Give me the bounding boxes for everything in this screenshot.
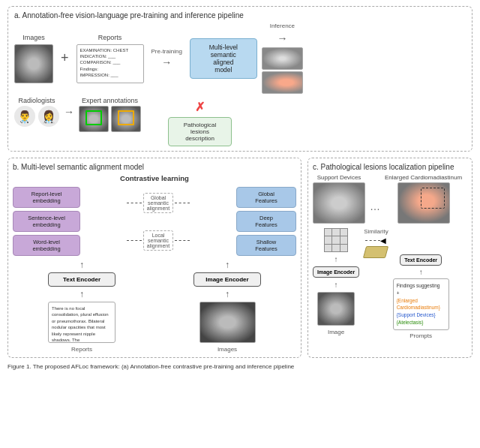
arrow-left-line [127,203,142,203]
report-line-5: IMPRESSION: ___ [80,72,140,78]
section-c-middle: ↑ Image Encoder ↑ Image Similarity ◀ [313,228,467,339]
enlarged-label: Enlarged Cardiomadiastinum [385,174,462,181]
inference-images [262,47,303,94]
section-a-bottom: Radiologists 👨‍⚕️ 👩‍⚕️ → Expert annotati… [14,97,466,146]
prompt3: {Atelectasis} [397,319,446,326]
section-c-label: c. Pathological lesions localization pip… [313,163,467,171]
report-line-3: COMPARISON: ___ [80,59,140,65]
down-arrow-text-icon: ↑ [80,260,84,269]
person-icon-1: 👨‍⚕️ [14,106,35,127]
expert-image-2 [111,106,141,132]
pretrain-arrow: Pre-training → [148,48,185,68]
feature-box-shallow: ShallowFeatures [236,235,296,256]
down-arrow3-icon: ↑ [225,290,230,299]
text-enc-c-col: Text Encoder ↑ Findings suggesting + {En… [393,228,449,339]
embed-box-report: Report-levelembedding [13,187,80,208]
text-encoder-c-box: Text Encoder [400,254,442,266]
radiologists-label: Radiologists [18,97,55,104]
expert-col: Expert annotations [79,97,141,132]
grid-icon [324,228,348,252]
image-label-c: Image [328,329,344,335]
plus-sign: + [397,290,446,297]
global-align-label: Globalsemanticalignment [143,193,173,213]
section-a: a. Annotation-free vision-language pre-t… [8,6,472,152]
findings-prefix: Findings suggesting [397,282,446,290]
model-label: Multi-levelsemanticalignedmodel [196,44,250,74]
inference-col: Inference → [262,23,303,94]
image-encoder-col: ↑ Image Encoder ↑ Images [158,260,296,353]
report-text-content: There is no focal consolidation, plural … [52,306,110,343]
pathological-col: ✗ Pathologicallesionsdescription [168,97,232,146]
similarity-label: Similarity [364,228,388,235]
up-arrow3-icon: ↑ [419,268,423,276]
arrow-left-line2 [127,240,142,241]
image-encoder-box: Image Encoder [194,272,261,287]
radiologist-arrow-icon: → [64,97,74,118]
outline-box [421,188,445,209]
expert-label: Expert annotations [82,97,138,104]
contrastive-header: Contrastive learning [13,174,296,182]
arrow-right-line2 [175,240,190,241]
section-c: c. Pathological lesions localization pip… [308,158,472,358]
report-card: EXAMINATION: CHEST INDICATION: ___ COMPA… [76,44,144,83]
main-container: a. Annotation-free vision-language pre-t… [0,0,480,377]
caption-text: Figure 1. The proposed AFLoc framework: … [8,363,294,370]
enlarged-col: Enlarged Cardiomadiastinum [385,174,462,224]
expert-images [79,106,141,132]
embed-box-sentence: Sentence-levelembedding [13,211,80,232]
features-col: GlobalFeatures DeepFeatures ShallowFeatu… [236,187,296,256]
up-arrow2-icon: ↑ [334,281,338,289]
query-image [317,292,355,326]
prompt2: {Support Devices} [397,311,446,319]
embed-box-word: Word-levelembedding [13,235,80,256]
report-line-4: Findings: [80,66,140,72]
xray-inner [15,45,52,83]
support-devices-label: Support Devices [317,174,362,181]
grid-cell-1 [325,229,332,236]
left-arrow-icon: ◀ [380,236,386,245]
grid-cell-9 [340,245,347,251]
prompts-label: Prompts [410,332,432,339]
inference-image-1 [262,47,303,70]
feature-box-deep: DeepFeatures [236,211,296,232]
grid-cell-3 [340,229,347,236]
dots-col: … [370,174,380,224]
grid-cell-7 [325,245,332,251]
reports-label-b: Reports [71,346,92,353]
images-label: Images [22,34,45,41]
reports-label: Reports [98,34,122,41]
feature-box-global: GlobalFeatures [236,187,296,208]
expert-image-1 [79,106,109,132]
alignment-labels-col: Globalsemanticalignment Localsemanticali… [85,187,232,256]
pencil-icon [363,246,388,258]
pretrain-label: Pre-training [152,48,182,55]
pathological-box: Pathologicallesionsdescription [168,117,232,146]
xray-image [14,44,53,83]
section-b: b. Multi-level semantic alignment model … [8,158,302,358]
enlarged-image [398,182,450,224]
reports-box: Reports EXAMINATION: CHEST INDICATION: _… [76,34,144,83]
section-c-top: Support Devices … Enlarged Cardiomadiast… [313,174,467,224]
grid-cell-8 [332,245,339,251]
encoders-row: ↑ Text Encoder ↑ There is no focal conso… [13,260,296,353]
prompt1: {EnlargedCardiomadiastinum} [397,297,446,312]
similarity-col: Similarity ◀ [364,228,388,258]
report-line-2: INDICATION: ___ [80,53,140,59]
down-arrow2-icon: ↑ [80,290,84,299]
inference-image-2 [262,71,303,94]
images-col: Images [14,34,53,83]
right-arrow-icon: → [161,56,172,68]
pathological-label: Pathologicallesionsdescription [173,122,226,142]
people-icons: 👨‍⚕️ 👩‍⚕️ [14,106,59,127]
down-arrow-img-icon: ↑ [225,260,230,269]
grid-cell-6 [340,236,347,243]
text-encoder-col: ↑ Text Encoder ↑ There is no focal conso… [13,260,151,353]
support-devices-col: Support Devices [313,174,365,224]
images-label-b: Images [218,346,237,353]
arrow-right-line [175,203,190,203]
local-align-label: Localsemanticalignment [143,230,173,251]
local-alignment-row: Localsemanticalignment [127,230,190,251]
findings-box: Findings suggesting + {EnlargedCardiomad… [393,278,449,330]
embedding-col: Report-levelembedding Sentence-levelembe… [13,187,80,256]
report-line-1: EXAMINATION: CHEST [80,47,140,53]
